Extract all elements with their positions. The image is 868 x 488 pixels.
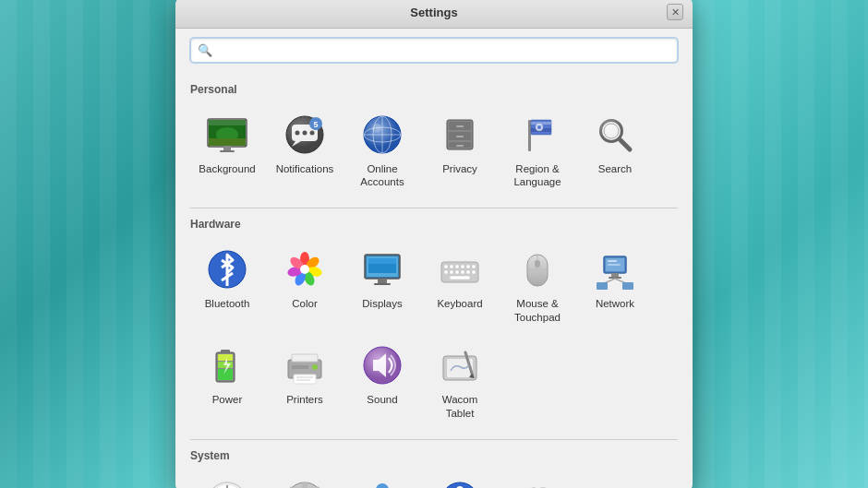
region-language-icon: [515, 113, 560, 157]
displays-label: Displays: [362, 297, 402, 311]
search-input[interactable]: [190, 38, 678, 63]
svg-rect-95: [622, 282, 633, 290]
svg-rect-70: [461, 265, 464, 268]
mouse-touchpad-icon: [515, 247, 560, 292]
svg-point-15: [303, 130, 307, 135]
svg-rect-6: [209, 138, 246, 146]
svg-rect-78: [472, 270, 476, 274]
setting-item-sound[interactable]: Sound: [345, 336, 419, 428]
svg-rect-79: [450, 276, 470, 280]
bluetooth-icon: [205, 247, 249, 292]
setting-item-mouse-touchpad[interactable]: Mouse &Touchpad: [500, 240, 574, 332]
network-label: Network: [596, 297, 634, 311]
setting-item-bluetooth[interactable]: Bluetooth: [190, 240, 264, 332]
svg-point-25: [372, 124, 381, 133]
svg-rect-9: [220, 150, 235, 152]
svg-text:5: 5: [313, 120, 318, 129]
svg-rect-8: [223, 146, 231, 150]
svg-point-57: [300, 265, 309, 274]
users-icon: [515, 479, 560, 488]
divider-system: [190, 439, 678, 440]
date-time-icon: [205, 479, 249, 488]
section-label-hardware: Hardware: [190, 218, 678, 231]
sound-label: Sound: [367, 393, 397, 407]
section-label-system: System: [190, 449, 678, 462]
svg-rect-31: [456, 125, 464, 127]
svg-rect-69: [455, 265, 459, 268]
svg-rect-63: [378, 279, 387, 283]
system-grid: Date & Time: [190, 471, 678, 488]
svg-rect-77: [466, 270, 470, 274]
setting-item-privacy[interactable]: Privacy: [423, 105, 497, 197]
svg-rect-74: [450, 270, 453, 274]
svg-rect-62: [368, 258, 396, 264]
setting-item-displays[interactable]: Displays: [345, 240, 419, 332]
privacy-label: Privacy: [442, 162, 477, 176]
setting-item-date-time[interactable]: Date & Time: [190, 471, 264, 488]
search-bar: 🔍: [175, 29, 693, 72]
setting-item-power[interactable]: Power: [190, 336, 264, 428]
setting-item-online-accounts[interactable]: OnlineAccounts: [345, 105, 419, 197]
printers-label: Printers: [286, 393, 323, 407]
svg-rect-133: [302, 482, 307, 488]
wacom-tablet-icon: [438, 343, 482, 387]
setting-item-network[interactable]: Network: [578, 240, 652, 332]
background-icon: [205, 113, 249, 157]
search-label: Search: [598, 162, 632, 176]
region-language-label: Region &Language: [513, 162, 561, 190]
svg-rect-73: [444, 270, 448, 274]
svg-rect-33: [456, 145, 464, 147]
bluetooth-label: Bluetooth: [205, 297, 250, 311]
settings-window: Settings ✕ 🔍 Personal: [175, 0, 693, 488]
svg-rect-72: [472, 265, 476, 268]
setting-item-printers[interactable]: Printers: [268, 336, 342, 428]
displays-icon: [360, 247, 404, 292]
wacom-tablet-label: Wacom Tablet: [427, 393, 493, 421]
svg-rect-107: [294, 375, 316, 384]
search-wrapper: 🔍: [190, 38, 678, 63]
settings-content: Personal: [175, 72, 693, 489]
printers-icon: [283, 343, 327, 387]
universal-access-icon: [438, 479, 482, 488]
power-icon: [205, 343, 249, 387]
sharing-icon: ⇅ ⇅ ⇅: [360, 479, 404, 488]
online-accounts-label: OnlineAccounts: [360, 162, 404, 190]
close-button[interactable]: ✕: [667, 4, 683, 20]
details-icon: [283, 479, 327, 488]
svg-rect-94: [597, 282, 608, 290]
setting-item-region-language[interactable]: Region &Language: [500, 105, 574, 197]
search-icon: 🔍: [198, 43, 212, 57]
setting-item-users[interactable]: Users: [500, 471, 574, 488]
svg-point-111: [312, 364, 318, 370]
svg-rect-101: [218, 354, 233, 361]
network-icon: [593, 247, 637, 292]
setting-item-search[interactable]: Search: [578, 105, 652, 197]
setting-item-sharing[interactable]: ⇅ ⇅ ⇅ Sharing: [345, 471, 419, 488]
color-icon: [283, 247, 327, 292]
privacy-icon: [438, 113, 482, 157]
svg-rect-105: [292, 354, 318, 362]
setting-item-wacom-tablet[interactable]: Wacom Tablet: [423, 336, 497, 428]
setting-item-universal-access[interactable]: UniversalAccess: [423, 471, 497, 488]
notifications-label: Notifications: [276, 162, 334, 176]
svg-rect-64: [374, 283, 391, 285]
svg-point-42: [602, 122, 621, 140]
svg-point-40: [537, 125, 541, 129]
setting-item-notifications[interactable]: 5 Notifications: [268, 105, 342, 197]
svg-rect-89: [608, 264, 621, 266]
setting-item-color[interactable]: Color: [268, 240, 342, 332]
setting-item-keyboard[interactable]: Keyboard: [423, 240, 497, 332]
hardware-grid: Bluetooth: [190, 240, 678, 428]
svg-rect-91: [609, 277, 621, 279]
window-title: Settings: [410, 6, 457, 19]
section-label-personal: Personal: [190, 83, 678, 96]
svg-rect-98: [221, 350, 230, 353]
svg-rect-67: [444, 265, 448, 268]
power-label: Power: [212, 393, 243, 407]
mouse-touchpad-label: Mouse &Touchpad: [514, 297, 561, 325]
svg-point-14: [295, 130, 300, 135]
setting-item-details[interactable]: Details: [268, 471, 342, 488]
setting-item-background[interactable]: Background: [190, 105, 264, 197]
color-label: Color: [292, 297, 317, 311]
search-settings-icon: [593, 113, 637, 157]
